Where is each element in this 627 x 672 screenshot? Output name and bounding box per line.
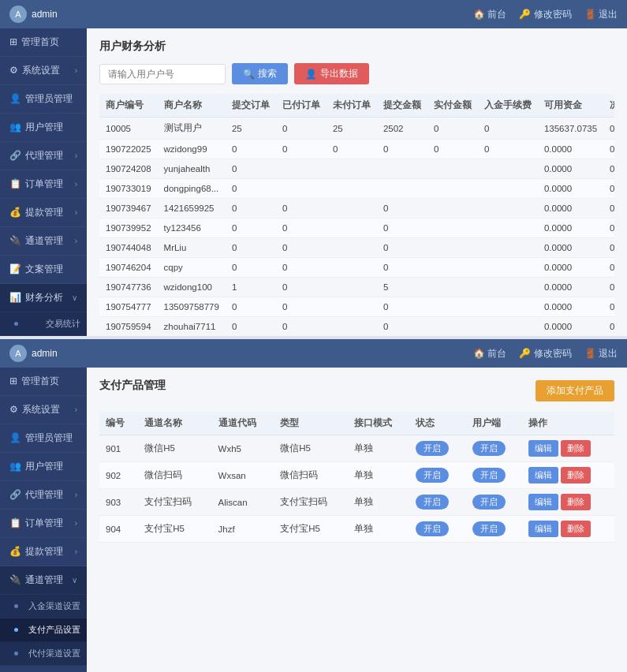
arrow-order-2: › xyxy=(75,519,77,528)
sidebar-sub-item-trade[interactable]: 交易统计 xyxy=(0,312,87,336)
home-icon-1: ⊞ xyxy=(9,36,17,47)
status-badge[interactable]: 开启 xyxy=(416,495,449,510)
main-2: 支付产品管理 添加支付产品 编号 通道名称 通道代码 xyxy=(87,368,627,672)
dot-outchannel xyxy=(14,651,18,655)
th-status: 状态 xyxy=(409,412,465,435)
table-row: 190754777135097587790000.00000.0 xyxy=(99,297,614,317)
user-icon-2: 👥 xyxy=(9,461,21,472)
search-input-1[interactable] xyxy=(99,64,226,84)
delete-button[interactable]: 删除 xyxy=(561,494,591,510)
main-inner-1: 用户财务分析 🔍 搜索 👤 导出数据 xyxy=(87,28,627,336)
arrow-agent-2: › xyxy=(75,491,77,499)
delete-button[interactable]: 删除 xyxy=(561,467,591,483)
sidebar-sub-2: 入金渠道设置 支付产品设置 代付渠道设置 xyxy=(0,595,87,666)
add-pay-product-button[interactable]: 添加支付产品 xyxy=(536,380,614,401)
sidebar-item-doc-1[interactable]: 📝文案管理 xyxy=(0,256,87,284)
doc-icon-1: 📝 xyxy=(9,263,21,274)
sidebar-item-home-2[interactable]: ⊞管理首页 xyxy=(0,368,87,396)
topbar-link-exit-2[interactable]: 🚪 退出 xyxy=(584,347,618,360)
export-icon-1: 👤 xyxy=(305,69,317,80)
sidebar-sub-item-payproduct[interactable]: 支付产品设置 xyxy=(0,618,87,642)
dot-trade xyxy=(14,322,18,326)
sidebar-item-sys-1[interactable]: ⚙系统设置 › xyxy=(0,57,87,85)
table-row: 903支付宝扫码Aliscan支付宝扫码单独开启开启编辑 删除 xyxy=(99,489,614,516)
sidebar-item-doc-2[interactable]: 📝文案管理 xyxy=(0,666,87,672)
topbar-right-2: 🏠 前台 🔑 修改密码 🚪 退出 xyxy=(473,347,618,360)
admin-icon-2: 👤 xyxy=(9,432,21,443)
th-iface-mode: 接口模式 xyxy=(348,412,410,435)
th-user-side: 用户端 xyxy=(466,412,522,435)
topbar-link-exit-1[interactable]: 🚪 退出 xyxy=(584,8,618,21)
arrow-agent-1: › xyxy=(75,151,77,160)
sidebar-sub-1: 交易统计 商户交易统计 代理商交易统计 接口交易统计 xyxy=(0,312,87,336)
arrow-channel-2: ∨ xyxy=(72,576,77,584)
th-paid-order: 已付订单 xyxy=(276,94,327,118)
status-badge[interactable]: 开启 xyxy=(416,468,449,483)
panel-1: A admin 🏠 前台 🔑 修改密码 🚪 退出 ⊞管理首页 ⚙系 xyxy=(0,0,627,336)
topbar-left-1: A admin xyxy=(9,6,58,23)
sidebar-item-admin-2[interactable]: 👤管理员管理 xyxy=(0,424,87,453)
username-1: admin xyxy=(32,9,58,20)
table-row: 10005测试用户25025250200135637.07350.0 xyxy=(99,118,614,140)
table-row: 190747736wzidong1001050.00000.0 xyxy=(99,278,614,297)
search-icon-1: 🔍 xyxy=(243,69,255,80)
th-id: 编号 xyxy=(99,412,138,435)
sidebar-item-withdraw-1[interactable]: 💰提款管理 › xyxy=(0,199,87,227)
sidebar-item-order-2[interactable]: 📋订单管理 › xyxy=(0,510,87,538)
topbar-link-pwd-1[interactable]: 🔑 修改密码 xyxy=(519,8,571,21)
th-submit-order: 提交订单 xyxy=(226,94,276,118)
sidebar-2: ⊞管理首页 ⚙系统设置 › 👤管理员管理 👥用户管理 🔗代理管理 › xyxy=(0,368,87,672)
sidebar-item-home-1[interactable]: ⊞管理首页 xyxy=(0,28,87,57)
panel-2: A admin 🏠 前台 🔑 修改密码 🚪 退出 ⊞管理首页 ⚙系 xyxy=(0,339,627,672)
home-icon-2: ⊞ xyxy=(9,375,17,386)
user-icon-1: 👥 xyxy=(9,121,21,133)
sidebar-item-agent-2[interactable]: 🔗代理管理 › xyxy=(0,481,87,510)
sidebar-item-channel-1[interactable]: 🔌通道管理 › xyxy=(0,227,87,256)
edit-button[interactable]: 编辑 xyxy=(528,467,558,483)
sys-icon-1: ⚙ xyxy=(9,65,18,76)
sidebar-sub-item-inchannel[interactable]: 入金渠道设置 xyxy=(0,595,87,618)
sidebar-item-sys-2[interactable]: ⚙系统设置 › xyxy=(0,396,87,424)
user-side-badge[interactable]: 开启 xyxy=(472,521,506,536)
status-badge[interactable]: 开启 xyxy=(416,521,449,536)
th-channel-code: 通道代码 xyxy=(212,412,274,435)
pay-product-table: 编号 通道名称 通道代码 类型 接口模式 状态 用户端 操作 xyxy=(99,412,614,543)
topbar-link-pwd-2[interactable]: 🔑 修改密码 xyxy=(519,347,571,360)
delete-button[interactable]: 删除 xyxy=(561,440,591,457)
user-side-badge[interactable]: 开启 xyxy=(472,441,506,456)
export-button-1[interactable]: 👤 导出数据 xyxy=(294,63,369,84)
page-title-2: 支付产品管理 xyxy=(99,379,166,393)
sidebar-item-order-1[interactable]: 📋订单管理 › xyxy=(0,170,87,199)
toolbar-1: 🔍 搜索 👤 导出数据 xyxy=(99,63,614,84)
sidebar-1: ⊞管理首页 ⚙系统设置 › 👤管理员管理 👥用户管理 🔗代理管理 › xyxy=(0,28,87,336)
main-1: 用户财务分析 🔍 搜索 👤 导出数据 xyxy=(87,28,627,336)
user-side-badge[interactable]: 开启 xyxy=(472,468,506,483)
avatar-2: A xyxy=(9,345,27,362)
user-side-badge[interactable]: 开启 xyxy=(472,495,506,510)
sidebar-item-finance-1[interactable]: 📊财务分析 ∨ xyxy=(0,284,87,312)
arrow-sys-2: › xyxy=(75,405,77,414)
edit-button[interactable]: 编辑 xyxy=(528,440,558,457)
arrow-finance-1: ∨ xyxy=(72,293,77,302)
username-2: admin xyxy=(32,348,58,359)
sidebar-item-withdraw-2[interactable]: 💰提款管理 › xyxy=(0,538,87,566)
edit-button[interactable]: 编辑 xyxy=(528,494,558,510)
search-button-1[interactable]: 🔍 搜索 xyxy=(232,63,288,84)
sidebar-item-admin-1[interactable]: 👤管理员管理 xyxy=(0,85,87,114)
sidebar-item-user-1[interactable]: 👥用户管理 xyxy=(0,114,87,142)
sidebar-item-agent-1[interactable]: 🔗代理管理 › xyxy=(0,142,87,170)
delete-button[interactable]: 删除 xyxy=(561,521,591,537)
sidebar-item-user-2[interactable]: 👥用户管理 xyxy=(0,453,87,481)
sidebar-sub-item-outchannel[interactable]: 代付渠道设置 xyxy=(0,642,87,666)
order-icon-2: 📋 xyxy=(9,517,21,528)
status-badge[interactable]: 开启 xyxy=(416,441,449,456)
order-icon-1: 📋 xyxy=(9,178,21,189)
topbar-1: A admin 🏠 前台 🔑 修改密码 🚪 退出 xyxy=(0,0,627,28)
table-row: 902微信扫码Wxsan微信扫码单独开启开启编辑 删除 xyxy=(99,462,614,489)
topbar-link-home-1[interactable]: 🏠 前台 xyxy=(473,8,506,21)
topbar-link-home-2[interactable]: 🏠 前台 xyxy=(473,347,506,360)
sidebar-item-channel-2[interactable]: 🔌通道管理 ∨ xyxy=(0,566,87,595)
agent-icon-2: 🔗 xyxy=(9,489,21,500)
th-available: 可用资金 xyxy=(538,94,603,118)
edit-button[interactable]: 编辑 xyxy=(528,521,558,537)
